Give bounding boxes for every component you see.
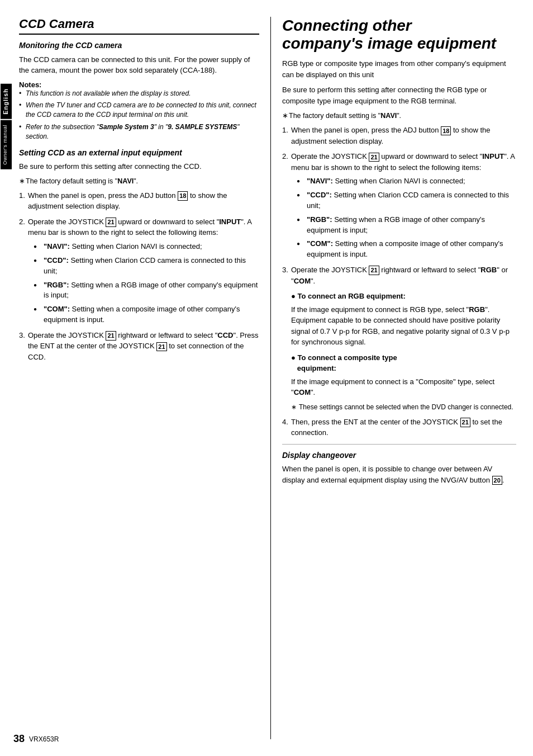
bullet-com-l: "COM": Setting when a composite image of… — [34, 304, 259, 325]
r-box-21a: 21 — [369, 153, 379, 162]
sub-section-rgb: ● To connect an RGB equipment: If the im… — [291, 291, 516, 348]
step2-num: 2. — [19, 216, 25, 228]
left-column: CCD Camera Monitoring the CCD camera The… — [19, 17, 259, 739]
right-asterisk: The factory default setting is "NAVI". — [282, 111, 516, 121]
rgb-title: ● To connect an RGB equipment: — [291, 291, 516, 302]
r-bullet-com: "COM": Setting when a composite image of… — [297, 239, 516, 260]
section2-body: Be sure to perform this setting after co… — [19, 161, 259, 172]
section2-title: Setting CCD as an external input equipme… — [19, 148, 259, 158]
manual-tab: Owner's manual — [1, 120, 12, 169]
page-number: 38 — [13, 733, 25, 745]
sub-section-composite: ● To connect a composite type equipment:… — [291, 352, 516, 412]
right-steps: 1. When the panel is open, press the ADJ… — [282, 125, 516, 438]
page-container: English Owner's manual CCD Camera Monito… — [0, 0, 533, 756]
r-bullet-rgb: "RGB": Setting when a RGB image of other… — [297, 215, 516, 236]
box-21a: 21 — [106, 218, 116, 226]
content-wrapper: CCD Camera Monitoring the CCD camera The… — [13, 0, 533, 756]
bullet-rgb-l: "RGB": Setting when a RGB image of other… — [34, 280, 259, 301]
right-bullets: "NAVI": Setting when Clarion NAVI is con… — [297, 176, 516, 260]
right-body1: RGB type or composite type images from o… — [282, 58, 516, 80]
r-step4-num: 4. — [282, 417, 288, 428]
bullet-navi-l: "NAVI": Setting when Clarion NAVI is con… — [34, 242, 259, 252]
r-box-21b: 21 — [369, 266, 379, 275]
right-step-4: 4. Then, press the ENT at the center of … — [282, 417, 516, 438]
composite-title: ● To connect a composite type equipment: — [291, 352, 516, 374]
r-box-21c: 21 — [460, 418, 470, 427]
r-step1-num: 1. — [282, 125, 288, 136]
step3-num: 3. — [19, 330, 25, 341]
rgb-body: If the image equipment to connect is RGB… — [291, 304, 516, 348]
composite-asterisk: These settings cannot be selected when t… — [291, 403, 516, 412]
divider — [282, 444, 516, 445]
display-changeover-title: Display changeover — [282, 450, 516, 460]
display-changeover-body: When the panel is open, it is possible t… — [282, 464, 516, 485]
right-body2: Be sure to perform this setting after co… — [282, 84, 516, 106]
note-2: When the TV tuner and CCD camera are to … — [19, 101, 259, 120]
right-step-2: 2. Operate the JOYSTICK 21 upward or dow… — [282, 151, 516, 260]
section1-body: The CCD camera can be connected to this … — [19, 54, 259, 76]
left-step-3: 3. Operate the JOYSTICK 21 rightward or … — [19, 330, 259, 363]
left-step-2: 2. Operate the JOYSTICK 21 upward or dow… — [19, 216, 259, 325]
right-column: Connecting othercompany's image equipmen… — [270, 17, 516, 739]
note-1: This function is not available when the … — [19, 89, 259, 98]
notes-block: Notes: This function is not available wh… — [19, 81, 259, 142]
right-step-3: 3. Operate the JOYSTICK 21 rightward or … — [282, 264, 516, 412]
right-step-1: 1. When the panel is open, press the ADJ… — [282, 125, 516, 147]
left-step-1: 1. When the panel is open, press the ADJ… — [19, 190, 259, 212]
notes-label: Notes: — [19, 81, 41, 89]
section2-asterisk: The factory default setting is "NAVI". — [19, 176, 259, 187]
r-box-18: 18 — [441, 126, 451, 135]
box-21b: 21 — [106, 331, 116, 340]
bullet-ccd-l: "CCD": Setting when Clarion CCD camera i… — [34, 256, 259, 277]
r-box-20: 20 — [492, 476, 502, 485]
composite-body: If the image equipment to connect is a "… — [291, 376, 516, 398]
english-tab: English — [1, 84, 12, 119]
side-tab: English Owner's manual — [0, 84, 12, 169]
box-21c: 21 — [156, 342, 166, 351]
note-3: Refer to the subsection "Sample System 3… — [19, 122, 259, 142]
left-bullets: "NAVI": Setting when Clarion NAVI is con… — [34, 242, 259, 325]
left-main-title: CCD Camera — [19, 17, 259, 35]
page-footer: 38 VRX653R — [13, 733, 522, 745]
section1-title: Monitoring the CCD camera — [19, 40, 259, 50]
box-18a: 18 — [178, 191, 188, 200]
r-step3-num: 3. — [282, 264, 288, 276]
model-number: VRX653R — [29, 735, 59, 743]
step1-num: 1. — [19, 190, 25, 201]
r-step2-num: 2. — [282, 151, 288, 162]
left-steps: 1. When the panel is open, press the ADJ… — [19, 190, 259, 362]
right-main-title: Connecting othercompany's image equipmen… — [282, 17, 516, 53]
r-bullet-ccd: "CCD": Setting when Clarion CCD camera i… — [297, 190, 516, 211]
r-bullet-navi: "NAVI": Setting when Clarion NAVI is con… — [297, 176, 516, 187]
